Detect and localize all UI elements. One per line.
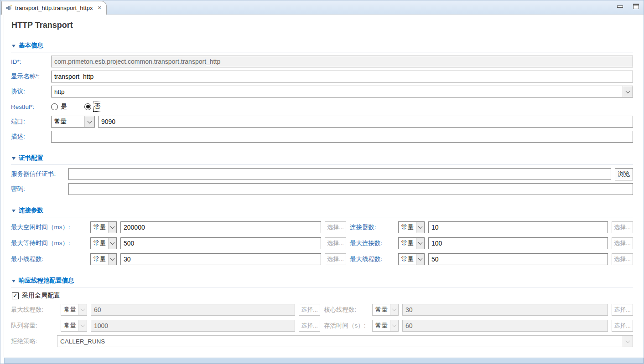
type-value: 常量 — [373, 304, 390, 315]
max-wait-select-button[interactable]: 选择... — [325, 237, 346, 249]
display-name-field[interactable] — [51, 71, 633, 82]
chevron-down-icon — [392, 307, 397, 311]
dropdown-button[interactable] — [108, 254, 116, 265]
dropdown-button[interactable] — [416, 254, 424, 265]
dropdown-button — [78, 320, 87, 331]
pool-max-threads-select-button: 选择... — [299, 304, 320, 316]
port-type-dropdown-button[interactable] — [84, 116, 94, 127]
editor-tab[interactable]: transport_http.transport_httpx ✕ — [1, 1, 107, 15]
type-value: 常量 — [399, 238, 416, 249]
section-title-pool: 响应线程池配置信息 — [19, 277, 74, 285]
section-header-conn: 连接参数 — [11, 205, 633, 217]
max-wait-time-label: 最大等待时间（ms）: — [11, 239, 87, 247]
protocol-select[interactable]: http — [51, 86, 633, 97]
restful-radio-group: 是 否 — [51, 103, 100, 111]
radio-checked-icon — [84, 103, 91, 110]
field-row-port: 端口: 常量 — [11, 116, 633, 128]
max-connections-field[interactable] — [428, 237, 608, 249]
restful-radio-yes[interactable]: 是 — [51, 103, 67, 111]
global-config-checkbox[interactable]: 采用全局配置 — [12, 292, 633, 300]
max-threads-field[interactable] — [428, 253, 608, 265]
trust-cert-field[interactable] — [68, 168, 611, 180]
queue-capacity-label: 队列容量: — [11, 322, 57, 330]
max-wait-type-select[interactable]: 常量 — [90, 237, 117, 249]
chevron-down-icon — [110, 256, 115, 261]
dropdown-button[interactable] — [108, 222, 116, 233]
display-name-label: 显示名称*: — [11, 72, 51, 81]
field-row-display-name: 显示名称*: — [11, 71, 633, 82]
reject-policy-select: CALLER_RUNS — [57, 335, 633, 347]
max-idle-select-button[interactable]: 选择... — [325, 221, 346, 233]
protocol-dropdown-button[interactable] — [623, 86, 633, 97]
browse-button[interactable]: 浏览 — [615, 168, 633, 180]
port-type-select[interactable]: 常量 — [51, 116, 95, 128]
collapse-toggle-icon[interactable] — [12, 280, 16, 282]
conn-row-1: 最大空闲时间（ms）: 常量 选择... 连接器数: 常量 选择... — [11, 221, 633, 233]
password-field[interactable] — [68, 183, 633, 195]
type-value: 常量 — [61, 304, 78, 315]
chevron-down-icon — [81, 307, 85, 311]
min-threads-type-select[interactable]: 常量 — [90, 253, 117, 265]
port-label: 端口: — [11, 118, 51, 126]
field-row-id: ID*: — [11, 56, 633, 67]
password-label: 密码: — [11, 185, 68, 193]
queue-capacity-select-button: 选择... — [299, 320, 320, 332]
dropdown-button[interactable] — [416, 238, 424, 249]
reject-policy-value: CALLER_RUNS — [57, 336, 623, 347]
restful-yes-label: 是 — [61, 103, 67, 111]
tab-close-icon[interactable]: ✕ — [98, 5, 102, 11]
maximize-icon[interactable] — [633, 4, 639, 9]
core-threads-select-button: 选择... — [612, 304, 633, 316]
max-threads-type-select[interactable]: 常量 — [398, 253, 425, 265]
max-wait-time-field[interactable] — [120, 237, 321, 249]
pool-max-threads-field — [91, 304, 295, 316]
minimize-icon[interactable] — [617, 5, 623, 8]
radio-unchecked-icon — [51, 103, 58, 110]
editor-window: transport_http.transport_httpx ✕ HTTP Tr… — [0, 0, 644, 364]
connector-count-type-select[interactable]: 常量 — [398, 221, 425, 233]
collapse-toggle-icon[interactable] — [12, 210, 16, 212]
min-threads-select-button[interactable]: 选择... — [325, 253, 346, 265]
editor-tab-bar: transport_http.transport_httpx ✕ — [0, 0, 644, 15]
restful-radio-no[interactable]: 否 — [84, 103, 100, 111]
type-value: 常量 — [399, 222, 416, 233]
protocol-label: 协议: — [11, 87, 51, 96]
max-threads-select-button[interactable]: 选择... — [612, 253, 633, 265]
global-config-label: 采用全局配置 — [22, 292, 60, 300]
page-title: HTTP Transport — [11, 21, 633, 30]
field-row-restful: Restful*: 是 否 — [11, 101, 633, 113]
keep-alive-type-select: 常量 — [372, 320, 399, 332]
section-header-cert: 证书配置 — [11, 153, 633, 165]
chevron-down-icon — [418, 224, 423, 229]
type-value: 常量 — [373, 320, 390, 331]
min-threads-field[interactable] — [120, 253, 321, 265]
connector-count-select-button[interactable]: 选择... — [612, 221, 633, 233]
type-value: 常量 — [61, 320, 78, 331]
max-connections-label: 最大连接数: — [350, 239, 395, 247]
max-threads-label: 最大线程数: — [350, 255, 395, 263]
type-value: 常量 — [91, 238, 108, 249]
max-connections-select-button[interactable]: 选择... — [612, 237, 633, 249]
max-idle-type-select[interactable]: 常量 — [90, 221, 117, 233]
keep-alive-field — [402, 320, 608, 332]
horizontal-scrollbar[interactable] — [4, 358, 644, 364]
collapse-toggle-icon[interactable] — [12, 45, 16, 47]
dropdown-button[interactable] — [416, 222, 424, 233]
description-field[interactable] — [51, 131, 633, 143]
core-threads-type-select: 常量 — [372, 304, 399, 316]
connector-count-field[interactable] — [428, 221, 608, 233]
port-field[interactable] — [98, 116, 633, 128]
collapse-toggle-icon[interactable] — [12, 157, 16, 160]
type-value: 常量 — [399, 254, 416, 265]
chevron-down-icon — [418, 240, 423, 245]
queue-capacity-field — [91, 320, 295, 332]
chevron-down-icon — [626, 338, 630, 343]
max-connections-type-select[interactable]: 常量 — [398, 237, 425, 249]
dropdown-button[interactable] — [108, 238, 116, 249]
field-row-protocol: 协议: http — [11, 86, 633, 97]
dropdown-button — [390, 304, 398, 315]
max-idle-time-field[interactable] — [120, 221, 321, 233]
chevron-down-icon — [418, 256, 423, 261]
chevron-down-icon — [81, 323, 85, 327]
tab-title: transport_http.transport_httpx — [15, 5, 93, 11]
